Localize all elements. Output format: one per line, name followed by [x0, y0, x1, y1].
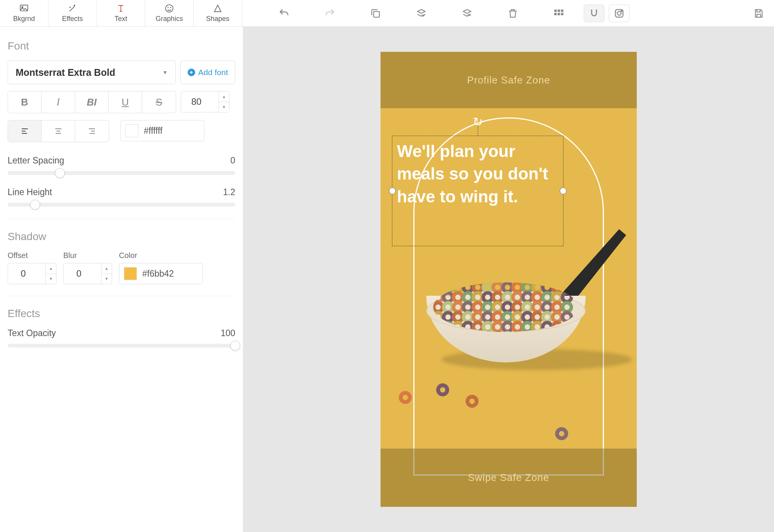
- layers-up-icon: [461, 8, 473, 19]
- trash-icon: [507, 8, 519, 19]
- tab-background-label: Bkgrnd: [13, 15, 35, 23]
- bold-italic-button[interactable]: BI: [75, 91, 109, 113]
- svg-rect-9: [554, 13, 557, 15]
- stepper-down[interactable]: ▼: [101, 274, 112, 284]
- shadow-color-swatch: [124, 267, 137, 280]
- image-icon: [19, 3, 29, 13]
- text-color-swatch: [125, 124, 138, 137]
- bold-button[interactable]: B: [8, 91, 42, 113]
- grid-icon: [553, 8, 564, 19]
- font-size-up[interactable]: ▲: [219, 91, 229, 102]
- plus-icon: +: [188, 69, 195, 76]
- line-height-label: Line Height: [8, 187, 52, 197]
- text-align-group: [8, 120, 109, 142]
- font-section-title: Font: [8, 40, 235, 52]
- shadow-section-title: Shadow: [8, 231, 235, 243]
- profile-safe-zone-label: Profile Safe Zone: [467, 74, 550, 86]
- send-back-button[interactable]: [398, 0, 444, 27]
- delete-button[interactable]: [490, 0, 536, 27]
- text-icon: [116, 3, 126, 13]
- tab-background[interactable]: Bkgrnd: [0, 0, 48, 26]
- font-family-dropdown[interactable]: Montserrat Extra Bold ▼: [8, 61, 176, 84]
- svg-point-4: [170, 7, 171, 8]
- italic-button[interactable]: I: [42, 91, 75, 113]
- stepper-up[interactable]: ▲: [101, 263, 112, 274]
- svg-rect-7: [558, 10, 560, 12]
- svg-point-14: [621, 10, 622, 11]
- top-toolbar: Bkgrnd Effects Text Graphics Shapes: [0, 0, 774, 27]
- slider-thumb[interactable]: [30, 200, 40, 210]
- redo-icon: [324, 8, 336, 19]
- smiley-icon: [164, 3, 174, 13]
- strikethrough-button[interactable]: S: [142, 91, 176, 113]
- selected-text-element[interactable]: ↻ We'll plan your meals so you don't hav…: [392, 136, 564, 246]
- tab-text[interactable]: Text: [97, 0, 145, 26]
- undo-button[interactable]: [261, 0, 307, 27]
- letter-spacing-value: 0: [230, 155, 235, 166]
- slider-thumb[interactable]: [230, 341, 240, 351]
- side-tabs: Bkgrnd Effects Text Graphics Shapes: [0, 0, 242, 26]
- svg-point-3: [168, 7, 168, 8]
- text-properties-panel: Font Montserrat Extra Bold ▼ + Add font …: [0, 27, 243, 532]
- shadow-color-value: #f6bb42: [142, 269, 174, 279]
- swipe-safe-zone: Swipe Safe Zone: [381, 449, 637, 507]
- letter-spacing-label: Letter Spacing: [8, 155, 64, 166]
- text-opacity-value: 100: [221, 328, 235, 338]
- line-height-slider[interactable]: [8, 203, 235, 207]
- save-button[interactable]: [749, 0, 768, 27]
- shadow-blur-input[interactable]: ▲▼: [63, 263, 112, 284]
- chevron-down-icon: ▼: [162, 69, 168, 75]
- svg-point-2: [165, 5, 173, 12]
- font-size-down[interactable]: ▼: [219, 102, 229, 112]
- svg-rect-10: [558, 13, 560, 15]
- align-right-button[interactable]: [75, 120, 109, 142]
- redo-button[interactable]: [307, 0, 353, 27]
- shadow-blur-label: Blur: [63, 251, 112, 260]
- align-center-button[interactable]: [42, 120, 75, 142]
- copy-icon: [370, 8, 381, 19]
- safe-guides-button[interactable]: [609, 5, 629, 22]
- svg-rect-5: [374, 11, 379, 17]
- undo-icon: [278, 8, 290, 19]
- canvas-toolbar: [242, 0, 774, 26]
- font-size-value[interactable]: [181, 96, 212, 107]
- tab-graphics-label: Graphics: [156, 15, 183, 23]
- text-opacity-slider[interactable]: [8, 344, 235, 348]
- align-left-button[interactable]: [8, 120, 42, 142]
- stepper-down[interactable]: ▼: [46, 274, 56, 284]
- cereal-bowl-image[interactable]: [426, 271, 586, 370]
- instagram-icon: [613, 8, 625, 19]
- layers-down-icon: [416, 8, 427, 19]
- shadow-color-input[interactable]: #f6bb42: [119, 263, 203, 284]
- artboard[interactable]: Profile Safe Zone ↻ We'll plan your meal…: [381, 52, 637, 507]
- snap-button[interactable]: [584, 5, 604, 22]
- font-size-input[interactable]: ▲ ▼: [181, 91, 230, 112]
- grid-button[interactable]: [536, 0, 581, 27]
- shadow-offset-input[interactable]: ▲▼: [8, 263, 56, 284]
- tab-effects[interactable]: Effects: [48, 0, 97, 26]
- magnet-icon: [588, 8, 600, 19]
- duplicate-button[interactable]: [353, 0, 398, 27]
- shadow-offset-value[interactable]: [8, 268, 39, 279]
- headline-text[interactable]: We'll plan your meals so you don't have …: [392, 136, 563, 212]
- slider-thumb[interactable]: [55, 168, 65, 178]
- font-family-value: Montserrat Extra Bold: [16, 67, 115, 78]
- svg-rect-6: [554, 10, 557, 12]
- underline-button[interactable]: U: [109, 91, 142, 113]
- tab-text-label: Text: [114, 15, 127, 23]
- bring-front-button[interactable]: [444, 0, 490, 27]
- tab-shapes[interactable]: Shapes: [194, 0, 242, 26]
- text-color-input[interactable]: #ffffff: [120, 120, 204, 141]
- add-font-button[interactable]: + Add font: [180, 61, 235, 84]
- canvas-area[interactable]: Profile Safe Zone ↻ We'll plan your meal…: [243, 27, 774, 532]
- letter-spacing-slider[interactable]: [8, 171, 235, 175]
- svg-rect-8: [561, 10, 563, 12]
- stepper-up[interactable]: ▲: [46, 263, 56, 274]
- tab-graphics[interactable]: Graphics: [145, 0, 194, 26]
- resize-handle-right[interactable]: [560, 187, 567, 194]
- save-icon: [753, 8, 764, 19]
- resize-handle-left[interactable]: [389, 187, 396, 194]
- shadow-blur-value[interactable]: [64, 268, 94, 279]
- triangle-icon: [213, 3, 223, 13]
- shadow-offset-label: Offset: [8, 251, 56, 260]
